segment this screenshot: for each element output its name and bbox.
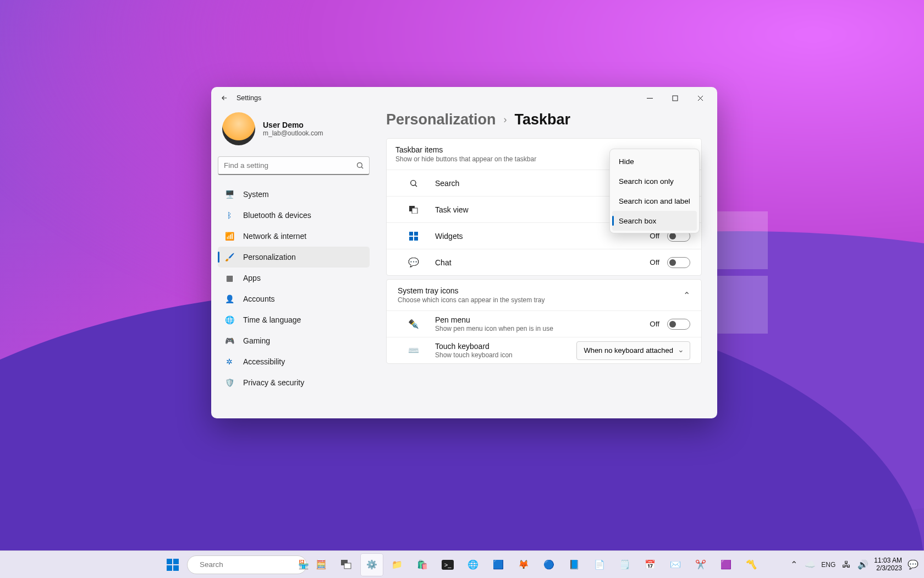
search-thumbnail-icon: 🏪	[298, 559, 309, 570]
tb-task-view[interactable]	[336, 554, 358, 576]
nav-time-language[interactable]: 🌐Time & language	[218, 309, 370, 330]
user-name: User Demo	[263, 121, 323, 129]
svg-rect-5	[409, 232, 413, 236]
toggle-pen-menu[interactable]	[667, 319, 690, 330]
chat-icon: 💬	[409, 257, 419, 268]
user-account-row[interactable]: User Demo m_lab@outlook.com	[218, 109, 370, 153]
svg-rect-7	[409, 237, 413, 241]
toggle-chat[interactable]	[667, 257, 690, 268]
system-tray-section: System tray icons Choose which icons can…	[386, 279, 702, 364]
window-title: Settings	[237, 94, 261, 102]
tb-copilot[interactable]: 🟦	[487, 554, 509, 576]
tb-calendar[interactable]: 📅	[639, 554, 661, 576]
nav-bluetooth[interactable]: ᛒBluetooth & devices	[218, 205, 370, 226]
svg-rect-15	[344, 563, 351, 569]
dd-option-icon-only[interactable]: Search icon only	[612, 171, 697, 191]
clock[interactable]: 11:03 AM 2/3/2023	[874, 557, 902, 571]
tb-chrome[interactable]: 🔵	[538, 554, 560, 576]
svg-rect-8	[414, 237, 418, 241]
tb-mail[interactable]: ✉️	[664, 554, 686, 576]
start-button[interactable]	[162, 554, 184, 576]
titlebar: Settings	[211, 87, 717, 109]
widgets-icon	[409, 232, 419, 241]
svg-rect-0	[673, 96, 678, 101]
nav-system[interactable]: 🖥️System	[218, 184, 370, 205]
expander-header[interactable]: System tray icons Choose which icons can…	[387, 280, 701, 310]
svg-rect-6	[414, 232, 418, 236]
tb-store[interactable]: 🛍️	[411, 554, 433, 576]
tb-app2[interactable]: 〽️	[740, 554, 762, 576]
nav-privacy[interactable]: 🛡️Privacy & security	[218, 372, 370, 393]
globe-icon: 🌐	[224, 315, 234, 325]
notifications-icon[interactable]: 💬	[908, 559, 919, 570]
breadcrumb-current: Taskbar	[515, 111, 571, 128]
row-touch-keyboard: ⌨️ Touch keyboard Show touch keyboard ic…	[387, 337, 701, 363]
tb-settings[interactable]: ⚙️	[361, 554, 383, 576]
dd-option-icon-label[interactable]: Search icon and label	[612, 191, 697, 211]
svg-point-1	[358, 163, 362, 168]
tb-firefox[interactable]: 🦊	[513, 554, 535, 576]
row-pen-menu: ✒️ Pen menu Show pen menu icon when pen …	[387, 310, 701, 337]
nav-accounts[interactable]: 👤Accounts	[218, 288, 370, 309]
taskbar: 🏪 🧮 ⚙️ 📁 🛍️ >_ 🌐 🟦 🦊 🔵 📘 📄 🗒️ 📅 ✉️ ✂️ 🟪 …	[0, 550, 924, 578]
dd-option-search-box[interactable]: Search box	[612, 211, 697, 231]
onedrive-icon[interactable]: ☁️	[805, 559, 816, 570]
svg-rect-10	[173, 559, 179, 564]
chevron-up-icon[interactable]: ⌃	[788, 559, 799, 570]
keyboard-icon: ⌨️	[409, 345, 419, 356]
task-view-icon	[409, 206, 419, 214]
search-icon	[409, 179, 419, 188]
tb-terminal[interactable]: >_	[437, 554, 459, 576]
row-chat: 💬 Chat Off	[387, 249, 701, 275]
avatar	[222, 112, 255, 145]
system-tray[interactable]: ⌃ ☁️ ENG 🖧 🔊 11:03 AM 2/3/2023 💬	[788, 557, 919, 571]
tb-app1[interactable]: 🟪	[715, 554, 737, 576]
settings-window: Settings User Demo m_lab@outlook.com 🖥️S…	[211, 87, 717, 418]
brush-icon: 🖌️	[224, 252, 234, 262]
settings-search[interactable]	[218, 156, 370, 175]
nav-gaming[interactable]: 🎮Gaming	[218, 330, 370, 351]
sidebar: User Demo m_lab@outlook.com 🖥️System ᛒBl…	[211, 109, 376, 418]
chevron-up-icon: ⌃	[683, 290, 690, 301]
back-button[interactable]	[216, 89, 233, 107]
apps-icon: ▦	[224, 273, 234, 283]
tb-edge[interactable]: 🌐	[462, 554, 484, 576]
breadcrumb: Personalization › Taskbar	[386, 111, 702, 128]
shield-icon: 🛡️	[224, 378, 234, 388]
nav-network[interactable]: 📶Network & internet	[218, 226, 370, 247]
minimize-button[interactable]	[637, 89, 662, 107]
svg-rect-4	[412, 208, 417, 214]
tb-file-explorer[interactable]: 📁	[386, 554, 408, 576]
dd-option-hide[interactable]: Hide	[612, 151, 697, 171]
nav-personalization[interactable]: 🖌️Personalization	[218, 247, 370, 268]
nav-accessibility[interactable]: ✲Accessibility	[218, 351, 370, 372]
touch-keyboard-select[interactable]: When no keyboard attached	[576, 341, 690, 360]
monitor-icon: 🖥️	[224, 189, 234, 199]
tb-snip[interactable]: ✂️	[690, 554, 712, 576]
user-email: m_lab@outlook.com	[263, 129, 323, 137]
bluetooth-icon: ᛒ	[224, 210, 234, 220]
svg-rect-12	[173, 565, 179, 571]
search-icon	[356, 161, 364, 170]
svg-point-2	[411, 180, 416, 185]
chevron-right-icon: ›	[504, 114, 507, 126]
tb-word[interactable]: 📘	[563, 554, 585, 576]
volume-icon[interactable]: 🔊	[857, 559, 868, 570]
taskbar-search[interactable]: 🏪	[187, 555, 307, 574]
search-input[interactable]	[218, 156, 370, 175]
main-pane: Personalization › Taskbar Taskbar items …	[376, 109, 717, 418]
svg-rect-11	[167, 565, 172, 571]
tb-notepad[interactable]: 📄	[588, 554, 610, 576]
language-indicator[interactable]: ENG	[821, 561, 835, 569]
tb-calculator[interactable]: 🧮	[310, 554, 332, 576]
nav-apps[interactable]: ▦Apps	[218, 268, 370, 288]
breadcrumb-parent[interactable]: Personalization	[386, 111, 496, 128]
taskbar-search-input[interactable]	[200, 560, 293, 569]
maximize-button[interactable]	[662, 89, 688, 107]
svg-rect-9	[167, 559, 172, 564]
search-mode-dropdown: Hide Search icon only Search icon and la…	[609, 149, 700, 233]
network-icon[interactable]: 🖧	[841, 559, 852, 570]
tb-notes[interactable]: 🗒️	[614, 554, 636, 576]
close-button[interactable]	[688, 89, 713, 107]
wifi-icon: 📶	[224, 231, 234, 241]
